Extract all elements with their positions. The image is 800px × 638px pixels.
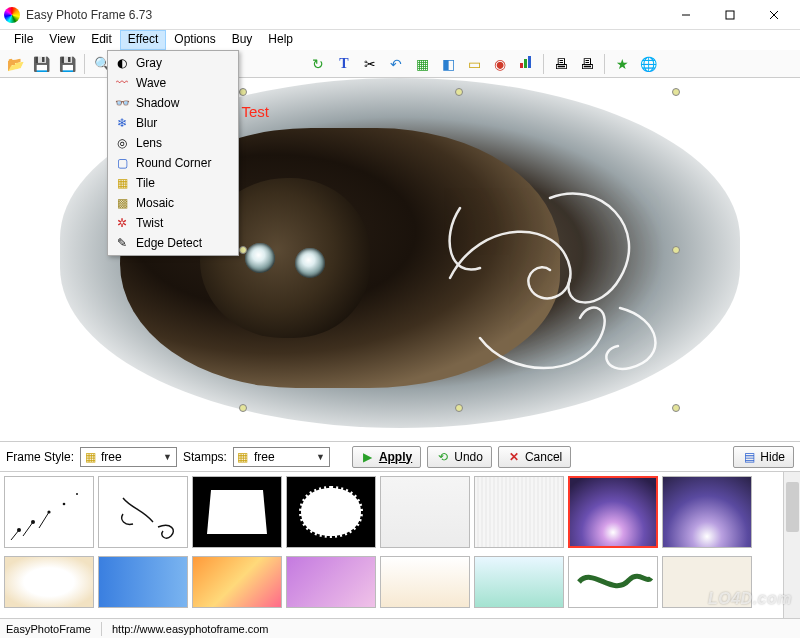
menu-options[interactable]: Options [166,30,223,50]
separator [101,622,102,636]
save-button[interactable]: 💾 [30,53,52,75]
shadow-icon: 👓 [114,95,130,111]
frame-thumb[interactable] [380,556,470,608]
minimize-button[interactable] [664,0,708,30]
print-button[interactable]: 🖶 [550,53,572,75]
undo-button-2[interactable]: ⟲ Undo [427,446,492,468]
effect-item-label: Wave [136,76,166,90]
open-button[interactable]: 📂 [4,53,26,75]
crop-icon: ✂ [364,56,376,72]
apply-button[interactable]: ▶ Apply [352,446,421,468]
fx1-button[interactable]: ▦ [411,53,433,75]
effect-item-label: Twist [136,216,163,230]
frame-thumb[interactable] [474,556,564,608]
menu-view[interactable]: View [41,30,83,50]
text-icon: T [339,56,348,72]
svg-rect-6 [528,56,531,68]
selection-handle[interactable] [672,246,680,254]
wave-icon: 〰 [114,75,130,91]
selection-handle[interactable] [239,246,247,254]
print-setup-icon: 🖶 [580,56,594,72]
effect-tile[interactable]: ▦Tile [110,173,236,193]
round-corner-icon: ▢ [114,155,130,171]
effect-twist[interactable]: ✲Twist [110,213,236,233]
frame-thumb[interactable] [98,556,188,608]
undo-button[interactable]: ↶ [385,53,407,75]
levels-button[interactable] [515,53,537,75]
fx2-button[interactable]: ◧ [437,53,459,75]
frame-style-combo[interactable]: ▦ free ▼ [80,447,177,467]
effect-item-label: Tile [136,176,155,190]
stamps-value: free [254,450,310,464]
selection-handle[interactable] [455,404,463,412]
web-button[interactable]: 🌐 [637,53,659,75]
status-url[interactable]: http://www.easyphotoframe.com [112,623,269,635]
menu-help[interactable]: Help [260,30,301,50]
effect-shadow[interactable]: 👓Shadow [110,93,236,113]
maximize-icon [725,10,735,20]
effect-item-label: Blur [136,116,157,130]
maximize-button[interactable] [708,0,752,30]
svg-point-11 [76,493,78,495]
undo-icon: ⟲ [436,450,450,464]
text-button[interactable]: T [333,53,355,75]
printset-button[interactable]: 🖶 [576,53,598,75]
fav-button[interactable]: ★ [611,53,633,75]
cancel-icon: ✕ [507,450,521,464]
saveas-button[interactable]: 💾 [56,53,78,75]
chevron-down-icon: ▼ [161,452,174,462]
effect-item-label: Lens [136,136,162,150]
stamps-combo[interactable]: ▦ free ▼ [233,447,330,467]
selection-handle[interactable] [239,88,247,96]
thumb-row-1 [0,472,800,552]
hide-button[interactable]: ▤ Hide [733,446,794,468]
frame-thumb-selected[interactable] [568,476,658,548]
effect-blur[interactable]: ❄Blur [110,113,236,133]
cancel-button[interactable]: ✕ Cancel [498,446,571,468]
frame-thumb[interactable] [474,476,564,548]
effect-round-corner[interactable]: ▢Round Corner [110,153,236,173]
frame-thumb[interactable] [380,476,470,548]
menu-effect[interactable]: Effect [120,30,166,50]
globe-icon: 🌐 [640,56,657,72]
effect-edge-detect[interactable]: ✎Edge Detect [110,233,236,253]
frame-swirl-overlay [420,158,680,388]
menu-buy[interactable]: Buy [224,30,261,50]
effect-wave[interactable]: 〰Wave [110,73,236,93]
frame-style-value: free [101,450,157,464]
effect-item-label: Edge Detect [136,236,202,250]
close-button[interactable] [752,0,796,30]
selection-handle[interactable] [455,88,463,96]
effect-lens[interactable]: ◎Lens [110,133,236,153]
crop-button[interactable]: ✂ [359,53,381,75]
selection-handle[interactable] [672,88,680,96]
chevron-down-icon: ▼ [314,452,327,462]
frame-thumb[interactable] [568,556,658,608]
menu-edit[interactable]: Edit [83,30,120,50]
rotate-button[interactable]: ↻ [307,53,329,75]
effect-gray[interactable]: ◐Gray [110,53,236,73]
separator [604,54,605,74]
selection-handle[interactable] [239,404,247,412]
frame-thumb[interactable] [98,476,188,548]
hide-icon: ▤ [742,450,756,464]
fx3-button[interactable]: ▭ [463,53,485,75]
window-title: Easy Photo Frame 6.73 [26,8,664,22]
selection-handle[interactable] [672,404,680,412]
color-button[interactable]: ◉ [489,53,511,75]
fx3-icon: ▭ [468,56,481,72]
frame-thumb[interactable] [192,556,282,608]
effect-mosaic[interactable]: ▩Mosaic [110,193,236,213]
frame-thumb[interactable] [192,476,282,548]
menu-file[interactable]: File [6,30,41,50]
status-app: EasyPhotoFrame [6,623,91,635]
frame-thumb[interactable] [4,476,94,548]
frame-thumb[interactable] [286,476,376,548]
frame-thumb[interactable] [4,556,94,608]
frame-thumb[interactable] [662,476,752,548]
scrollbar-thumb[interactable] [786,482,799,532]
rotate-icon: ↻ [312,56,324,72]
stamps-label: Stamps: [183,450,227,464]
frame-thumb[interactable] [286,556,376,608]
titlebar: Easy Photo Frame 6.73 [0,0,800,30]
